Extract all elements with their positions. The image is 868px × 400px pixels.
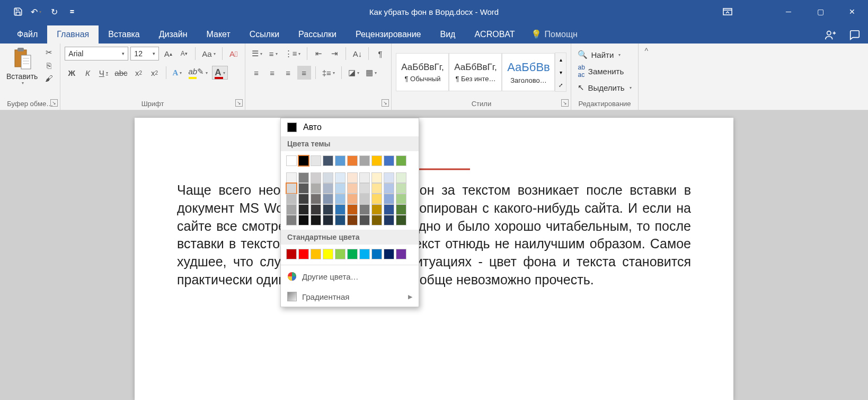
color-swatch[interactable] <box>298 172 309 183</box>
color-swatch[interactable] <box>335 183 346 194</box>
color-swatch[interactable] <box>359 215 370 225</box>
strikethrough-button[interactable]: abc <box>112 66 129 80</box>
color-swatch[interactable] <box>335 155 346 166</box>
color-swatch[interactable] <box>396 155 406 166</box>
color-swatch[interactable] <box>371 172 382 183</box>
highlight-button[interactable]: ab✎▾ <box>187 66 210 80</box>
grow-font-button[interactable]: A▴ <box>161 47 175 60</box>
underline-button[interactable]: Ч▾ <box>96 66 110 80</box>
gradient-item[interactable]: Градиентная ▶ <box>281 286 419 307</box>
sort-button[interactable]: A↓ <box>350 47 364 60</box>
color-swatch[interactable] <box>384 204 394 215</box>
shrink-font-button[interactable]: A▾ <box>177 47 191 60</box>
color-swatch[interactable] <box>396 172 406 183</box>
color-swatch[interactable] <box>311 215 321 225</box>
color-swatch[interactable] <box>371 249 382 259</box>
change-case-button[interactable]: Aa▾ <box>200 47 217 60</box>
color-swatch[interactable] <box>298 204 309 215</box>
styles-expand[interactable]: ⤢ <box>555 79 566 91</box>
font-color-button[interactable]: A ▾ <box>212 66 227 80</box>
tab-layout[interactable]: Макет <box>197 25 240 44</box>
color-swatch[interactable] <box>286 172 297 183</box>
styles-scroll-down[interactable]: ▾ <box>555 66 566 79</box>
color-swatch[interactable] <box>384 172 394 183</box>
paragraph-dialog-launcher[interactable]: ↘ <box>382 99 389 107</box>
color-swatch[interactable] <box>396 215 406 225</box>
bold-button[interactable]: Ж <box>65 66 78 80</box>
color-swatch[interactable] <box>347 194 358 204</box>
minimize-button[interactable]: ─ <box>773 0 804 23</box>
multilevel-list-button[interactable]: ⋮≡▾ <box>282 47 303 60</box>
shading-button[interactable]: ◪▾ <box>346 66 361 80</box>
color-swatch[interactable] <box>311 204 321 215</box>
bullets-button[interactable]: ☰▾ <box>250 47 264 60</box>
color-swatch[interactable] <box>359 249 370 259</box>
color-swatch[interactable] <box>286 215 297 225</box>
styles-dialog-launcher[interactable]: ↘ <box>561 99 569 107</box>
color-swatch[interactable] <box>396 249 406 259</box>
tab-mailings[interactable]: Рассылки <box>289 25 346 44</box>
italic-button[interactable]: К <box>81 66 94 80</box>
color-swatch[interactable] <box>323 204 333 215</box>
color-swatch[interactable] <box>286 249 297 259</box>
save-icon[interactable] <box>11 4 25 19</box>
styles-scroll-up[interactable]: ▴ <box>555 53 566 66</box>
color-swatch[interactable] <box>323 172 333 183</box>
color-swatch[interactable] <box>347 155 358 166</box>
color-swatch[interactable] <box>384 155 394 166</box>
color-swatch[interactable] <box>311 183 321 194</box>
color-swatch[interactable] <box>371 204 382 215</box>
ribbon-display-options-icon[interactable] <box>714 0 741 23</box>
color-swatch[interactable] <box>335 194 346 204</box>
color-swatch[interactable] <box>347 249 358 259</box>
color-swatch[interactable] <box>347 183 358 194</box>
comments-icon[interactable] <box>849 29 861 44</box>
maximize-button[interactable]: ▢ <box>804 0 836 23</box>
numbering-button[interactable]: ≡▾ <box>267 47 280 60</box>
replace-button[interactable]: abacЗаменить <box>575 63 633 80</box>
clipboard-dialog-launcher[interactable]: ↘ <box>50 99 58 107</box>
align-right-button[interactable]: ≡ <box>281 66 295 80</box>
tell-me-search[interactable]: 💡 Помощн <box>525 25 584 44</box>
align-left-button[interactable]: ≡ <box>250 66 263 80</box>
color-swatch[interactable] <box>323 215 333 225</box>
color-swatch[interactable] <box>384 194 394 204</box>
tab-view[interactable]: Вид <box>430 25 465 44</box>
color-swatch[interactable] <box>311 155 321 166</box>
share-icon[interactable] <box>825 29 836 44</box>
font-name-combo[interactable]: Arial▾ <box>65 47 128 60</box>
show-marks-button[interactable]: ¶ <box>373 47 387 60</box>
style-heading1[interactable]: АаБбВвЗаголово… <box>502 53 555 91</box>
line-spacing-button[interactable]: ‡≡▾ <box>320 66 337 80</box>
tab-design[interactable]: Дизайн <box>149 25 197 44</box>
color-swatch[interactable] <box>396 194 406 204</box>
color-swatch[interactable] <box>359 155 370 166</box>
tab-home[interactable]: Главная <box>47 25 99 44</box>
more-colors-item[interactable]: Другие цвета… <box>281 266 419 286</box>
copy-icon[interactable]: ⎘ <box>42 59 56 71</box>
borders-button[interactable]: ▦▾ <box>364 66 379 80</box>
color-swatch[interactable] <box>298 249 309 259</box>
color-swatch[interactable] <box>311 194 321 204</box>
tab-references[interactable]: Ссылки <box>240 25 289 44</box>
color-swatch[interactable] <box>323 155 333 166</box>
qat-customize-icon[interactable]: 〓 <box>65 4 79 19</box>
style-normal[interactable]: АаБбВвГг,¶ Обычный <box>396 53 449 91</box>
color-swatch[interactable] <box>347 172 358 183</box>
undo-icon[interactable]: ↶▾ <box>29 4 43 19</box>
clear-formatting-button[interactable]: A⃠ <box>227 47 241 60</box>
color-auto-item[interactable]: Авто <box>281 118 419 136</box>
tab-review[interactable]: Рецензирование <box>346 25 431 44</box>
select-button[interactable]: ↖Выделить▾ <box>575 82 633 93</box>
close-button[interactable]: ✕ <box>836 0 868 23</box>
color-swatch[interactable] <box>359 183 370 194</box>
find-button[interactable]: 🔍Найти▾ <box>575 49 633 60</box>
color-swatch[interactable] <box>347 215 358 225</box>
color-swatch[interactable] <box>335 249 346 259</box>
color-swatch[interactable] <box>359 194 370 204</box>
color-swatch[interactable] <box>335 204 346 215</box>
color-swatch[interactable] <box>335 215 346 225</box>
color-swatch[interactable] <box>384 183 394 194</box>
collapse-ribbon-button[interactable]: ^ <box>639 44 654 110</box>
color-swatch[interactable] <box>371 215 382 225</box>
